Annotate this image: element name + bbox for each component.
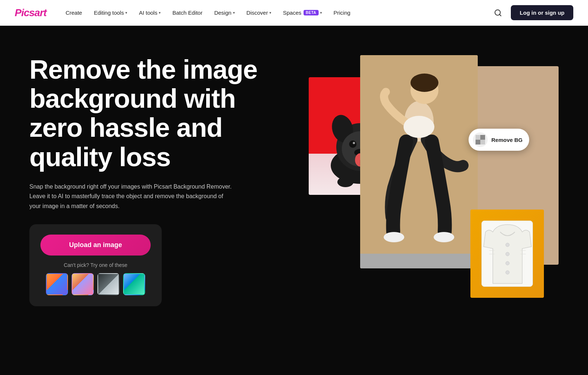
sample-image-4[interactable] bbox=[123, 273, 145, 295]
sample-images bbox=[40, 273, 151, 295]
svg-rect-33 bbox=[480, 135, 485, 140]
hero-left: Remove the image background with zero ha… bbox=[29, 55, 265, 306]
cardigan-shape bbox=[482, 221, 533, 287]
navbar: Picsart Create Editing tools ▾ AI tools … bbox=[0, 0, 588, 26]
sample-image-2[interactable] bbox=[72, 273, 94, 295]
nav-label-discover: Discover bbox=[247, 10, 268, 16]
nav-item-discover[interactable]: Discover ▾ bbox=[242, 7, 276, 19]
svg-point-27 bbox=[506, 271, 509, 274]
nav-label-spaces: Spaces bbox=[283, 10, 301, 16]
nav-label-pricing: Pricing bbox=[334, 10, 351, 16]
svg-rect-23 bbox=[360, 254, 478, 268]
sample-image-1[interactable] bbox=[46, 273, 68, 295]
remove-bg-label: Remove BG bbox=[491, 137, 523, 143]
svg-point-7 bbox=[349, 140, 356, 148]
logo[interactable]: Picsart bbox=[15, 7, 46, 19]
collage-cardigan-image bbox=[470, 210, 544, 298]
login-button[interactable]: Log in or sign up bbox=[511, 5, 573, 20]
nav-item-spaces[interactable]: Spaces BETA ▾ bbox=[279, 7, 326, 19]
svg-point-9 bbox=[353, 142, 355, 144]
svg-rect-35 bbox=[480, 140, 485, 144]
nav-label-design: Design bbox=[214, 10, 232, 16]
svg-point-22 bbox=[434, 232, 454, 242]
remove-bg-tooltip: Remove BG bbox=[469, 129, 529, 151]
nav-right: Log in or sign up bbox=[491, 5, 573, 20]
svg-point-21 bbox=[384, 232, 404, 242]
nav-label-editing-tools: Editing tools bbox=[94, 10, 124, 16]
search-icon bbox=[494, 9, 502, 17]
chevron-down-icon: ▾ bbox=[269, 11, 271, 15]
beta-badge: BETA bbox=[304, 10, 318, 15]
sample-image-3[interactable] bbox=[97, 273, 119, 295]
nav-label-create: Create bbox=[65, 10, 82, 16]
nav-item-ai-tools[interactable]: AI tools ▾ bbox=[135, 7, 165, 19]
svg-point-24 bbox=[506, 243, 509, 247]
upload-button[interactable]: Upload an image bbox=[40, 235, 151, 256]
chevron-down-icon: ▾ bbox=[159, 11, 161, 15]
hero-title: Remove the image background with zero ha… bbox=[29, 55, 265, 172]
svg-point-26 bbox=[506, 261, 509, 265]
person-silhouette bbox=[360, 55, 478, 268]
checkerboard-icon bbox=[476, 135, 485, 144]
hero-right-collage: Remove BG bbox=[287, 55, 559, 312]
search-button[interactable] bbox=[491, 6, 505, 20]
collage-person-image bbox=[360, 55, 478, 268]
chevron-down-icon: ▾ bbox=[320, 11, 322, 15]
spaces-badge: Spaces BETA bbox=[283, 10, 319, 16]
nav-item-create[interactable]: Create bbox=[61, 7, 86, 19]
chevron-down-icon: ▾ bbox=[125, 11, 127, 15]
svg-point-25 bbox=[506, 252, 509, 256]
try-text: Can't pick? Try one of these bbox=[40, 262, 151, 268]
svg-rect-32 bbox=[476, 135, 480, 140]
cardigan-item bbox=[481, 221, 533, 287]
nav-item-pricing[interactable]: Pricing bbox=[329, 7, 355, 19]
svg-point-14 bbox=[337, 177, 354, 187]
hero-section: Remove the image background with zero ha… bbox=[0, 26, 588, 375]
svg-rect-34 bbox=[476, 140, 480, 144]
nav-item-design[interactable]: Design ▾ bbox=[210, 7, 239, 19]
hero-subtitle: Snap the background right off your image… bbox=[29, 182, 235, 211]
nav-item-batch-editor[interactable]: Batch Editor bbox=[168, 7, 207, 19]
nav-item-editing-tools[interactable]: Editing tools ▾ bbox=[89, 7, 132, 19]
nav-links: Create Editing tools ▾ AI tools ▾ Batch … bbox=[61, 7, 491, 19]
svg-line-1 bbox=[500, 14, 501, 16]
svg-point-20 bbox=[404, 116, 434, 138]
svg-point-19 bbox=[410, 74, 438, 92]
upload-card: Upload an image Can't pick? Try one of t… bbox=[29, 224, 162, 306]
chevron-down-icon: ▾ bbox=[233, 11, 235, 15]
nav-label-ai-tools: AI tools bbox=[139, 10, 157, 16]
remove-bg-icon bbox=[473, 132, 488, 147]
nav-label-batch-editor: Batch Editor bbox=[172, 10, 202, 16]
